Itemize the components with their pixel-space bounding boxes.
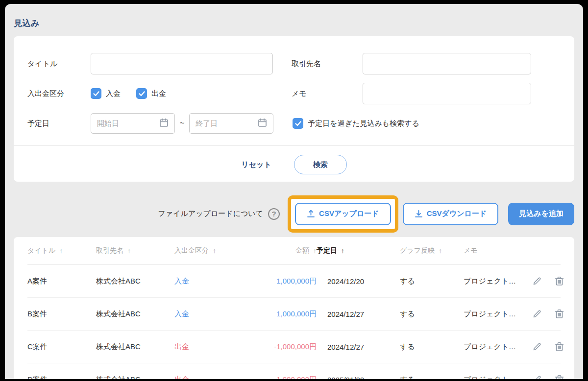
type-option-label: 出金: [151, 89, 166, 98]
pencil-icon: [532, 342, 542, 352]
client-field-label: 取引先名: [292, 59, 363, 69]
annotation-highlight-box: CSVアップロード: [288, 195, 398, 233]
column-header[interactable]: 予定日↑: [317, 246, 400, 255]
start-date-input[interactable]: 開始日: [91, 113, 175, 134]
memo-input[interactable]: [363, 83, 531, 104]
date-field-label: 予定日: [27, 119, 91, 128]
column-header[interactable]: タイトル↑: [27, 246, 96, 255]
checkbox-checked-icon: [91, 88, 101, 99]
column-header-label: グラフ反映: [400, 246, 435, 255]
column-header[interactable]: 取引先名↑: [96, 246, 174, 255]
cell-client: 株式会社ABC: [96, 342, 174, 352]
page-title: 見込み: [14, 18, 574, 29]
start-date-placeholder: 開始日: [97, 119, 119, 128]
cell-graph: する: [400, 277, 464, 286]
csv-download-label: CSVダウンロード: [427, 209, 487, 218]
forecast-table: タイトル↑取引先名↑入出金区分↑金額↑予定日↑グラフ反映↑メモ A案件 株式会社…: [14, 237, 574, 379]
cell-title: B案件: [27, 310, 96, 319]
table-row: D案件 株式会社ABC 出金 -1,000,000円 2025/01/22 する…: [27, 363, 561, 379]
cell-amount: 1,000,000円: [233, 310, 317, 319]
column-header-label: 入出金区分: [174, 246, 209, 255]
column-header-label: メモ: [464, 246, 478, 255]
edit-button[interactable]: [532, 375, 542, 379]
cell-amount: -1,000,000円: [233, 375, 317, 380]
table-row: B案件 株式会社ABC 入金 1,000,000円 2024/12/27 する …: [27, 298, 561, 331]
column-header[interactable]: 金額↑: [233, 246, 317, 255]
table-header-row: タイトル↑取引先名↑入出金区分↑金額↑予定日↑グラフ反映↑メモ: [27, 237, 561, 265]
type-field-label: 入出金区分: [27, 89, 91, 98]
cell-type: 入金: [174, 277, 233, 286]
search-panel: タイトル 取引先名 入出金区分 入金出金 メモ 予定日 開始日: [14, 36, 574, 182]
reset-button[interactable]: リセット: [241, 160, 271, 169]
table-row: A案件 株式会社ABC 入金 1,000,000円 2024/12/20 する …: [27, 265, 561, 298]
delete-button[interactable]: [555, 309, 564, 319]
sort-asc-icon: ↑: [341, 247, 344, 255]
delete-button[interactable]: [555, 276, 564, 286]
trash-icon: [555, 375, 564, 379]
cell-title: C案件: [27, 342, 96, 352]
search-button[interactable]: 検索: [294, 155, 347, 174]
column-header: メモ: [464, 246, 532, 255]
cell-graph: する: [400, 310, 464, 319]
type-option-label: 入金: [106, 89, 121, 98]
pencil-icon: [532, 309, 542, 319]
column-header-label: 取引先名: [96, 246, 123, 255]
sort-asc-icon: ↑: [439, 247, 442, 255]
upload-help-label: ファイルアップロードについて: [158, 209, 264, 218]
column-header-label: 予定日: [317, 246, 337, 255]
calendar-icon: [258, 118, 267, 129]
cell-graph: する: [400, 342, 464, 352]
cell-memo: プロジェクト…: [464, 310, 532, 319]
edit-button[interactable]: [532, 276, 542, 286]
cell-client: 株式会社ABC: [96, 277, 174, 286]
csv-upload-button[interactable]: CSVアップロード: [295, 203, 391, 225]
cell-title: A案件: [27, 277, 96, 286]
calendar-icon: [159, 118, 169, 129]
sort-asc-icon: ↑: [213, 247, 216, 255]
cell-client: 株式会社ABC: [96, 310, 174, 319]
help-question-icon[interactable]: ?: [268, 208, 280, 220]
trash-icon: [555, 276, 564, 286]
column-header[interactable]: 入出金区分↑: [174, 246, 233, 255]
cell-graph: する: [400, 375, 464, 380]
checkbox-checked-icon: [136, 88, 147, 99]
cell-type: 出金: [174, 342, 233, 352]
table-body: A案件 株式会社ABC 入金 1,000,000円 2024/12/20 する …: [27, 265, 561, 379]
cell-memo: プロジェクト…: [464, 277, 532, 286]
csv-upload-label: CSVアップロード: [319, 209, 379, 218]
pencil-icon: [532, 375, 542, 379]
cell-type: 入金: [174, 310, 233, 319]
end-date-input[interactable]: 終了日: [189, 113, 273, 134]
type-option-checkbox[interactable]: 出金: [136, 88, 166, 99]
delete-button[interactable]: [555, 375, 564, 379]
edit-button[interactable]: [532, 309, 542, 319]
checkbox-checked-icon: [293, 118, 303, 129]
cell-date: 2025/01/22: [317, 376, 400, 380]
past-due-checkbox-label: 予定日を過ぎた見込みも検索する: [308, 119, 419, 128]
type-options: 入金出金: [91, 88, 273, 99]
past-due-checkbox[interactable]: 予定日を過ぎた見込みも検索する: [293, 118, 419, 129]
page: 見込み タイトル 取引先名 入出金区分 入金出金 メモ 予定日 開始日: [5, 4, 583, 379]
add-forecast-button[interactable]: 見込みを追加: [508, 203, 574, 225]
csv-download-button[interactable]: CSVダウンロード: [403, 203, 499, 225]
download-icon: [415, 210, 423, 218]
trash-icon: [555, 342, 564, 352]
toolbar: ファイルアップロードについて ? CSVアップロード CSVダウンロード 見込み…: [14, 195, 574, 233]
cell-memo: プロジェクト…: [464, 342, 532, 352]
upload-icon: [307, 210, 315, 218]
date-range-separator: ~: [180, 119, 184, 128]
sort-asc-icon: ↑: [313, 247, 317, 255]
client-input[interactable]: [363, 53, 531, 74]
title-input[interactable]: [91, 53, 273, 74]
cell-title: D案件: [27, 375, 96, 380]
column-header-label: 金額: [295, 246, 309, 255]
column-header[interactable]: グラフ反映↑: [400, 246, 464, 255]
cell-memo: プロジェクト…: [464, 375, 532, 380]
edit-button[interactable]: [532, 342, 542, 352]
cell-date: 2024/12/27: [317, 310, 400, 318]
cell-amount: -1,000,000円: [233, 342, 317, 352]
cell-amount: 1,000,000円: [233, 277, 317, 286]
delete-button[interactable]: [555, 342, 564, 352]
type-option-checkbox[interactable]: 入金: [91, 88, 121, 99]
sort-asc-icon: ↑: [127, 247, 131, 255]
